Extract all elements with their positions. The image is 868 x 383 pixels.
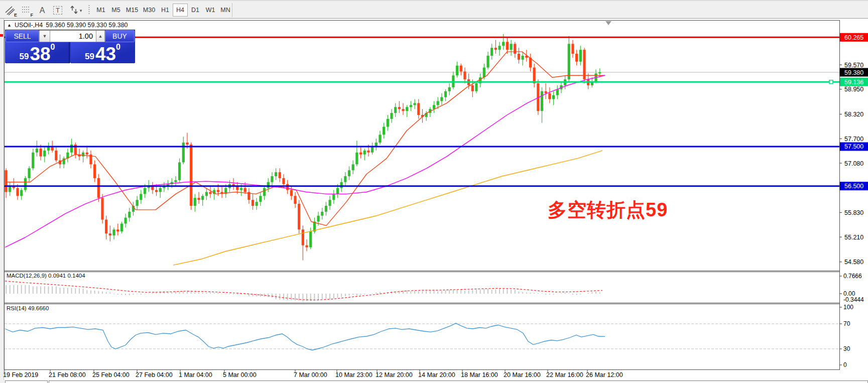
volume-decrease-button[interactable]: ▼ — [39, 30, 50, 42]
moving-averages-layer — [5, 52, 605, 265]
sell-price-display[interactable]: 59 38 0 — [6, 42, 70, 63]
volume-increase-button[interactable]: ▲ — [96, 30, 105, 42]
date-axis[interactable]: 19 Feb 201921 Feb 08:0025 Feb 04:0027 Fe… — [3, 370, 623, 378]
svg-text:57.500: 57.500 — [844, 143, 863, 150]
svg-text:12 Mar 20:00: 12 Mar 20:00 — [376, 371, 413, 378]
svg-text:19 Feb 2019: 19 Feb 2019 — [3, 371, 38, 378]
svg-text:70: 70 — [843, 320, 850, 327]
svg-text:55.830: 55.830 — [844, 209, 863, 216]
svg-text:55.210: 55.210 — [844, 234, 863, 241]
macd-layer — [5, 281, 602, 302]
trading-platform-window: E F A T ▾ M1M5M1 — [0, 0, 868, 383]
svg-text:54.580: 54.580 — [844, 259, 863, 266]
svg-text:59.136: 59.136 — [844, 79, 863, 86]
svg-text:100: 100 — [843, 304, 853, 311]
svg-text:26 Mar 12:00: 26 Mar 12:00 — [586, 371, 623, 378]
buy-price-small: 59 — [85, 52, 94, 61]
svg-text:5 Mar 00:00: 5 Mar 00:00 — [223, 371, 257, 378]
svg-text:30: 30 — [843, 345, 850, 352]
svg-text:18 Mar 16:00: 18 Mar 16:00 — [461, 371, 498, 378]
svg-text:14 Mar 20:00: 14 Mar 20:00 — [418, 371, 455, 378]
sell-button[interactable]: SELL — [6, 30, 39, 42]
svg-text:20 Mar 16:00: 20 Mar 16:00 — [504, 371, 541, 378]
svg-text:57.700: 57.700 — [844, 136, 863, 143]
panel-frames — [5, 21, 840, 370]
svg-text:1 Mar 04:00: 1 Mar 04:00 — [179, 371, 212, 378]
sell-price-small: 59 — [20, 52, 29, 61]
sell-price-sup: 0 — [51, 43, 55, 51]
svg-text:58.320: 58.320 — [844, 111, 863, 118]
svg-text:0.7666: 0.7666 — [843, 273, 862, 280]
sell-price-big: 38 — [30, 47, 50, 62]
svg-text:59.380: 59.380 — [844, 69, 863, 76]
one-click-trading-panel: SELL ▼ ▲ BUY 59 38 0 59 43 0 — [5, 30, 135, 63]
svg-text:0: 0 — [843, 361, 847, 368]
svg-text:25 Feb 04:00: 25 Feb 04:00 — [92, 371, 130, 378]
svg-text:56.500: 56.500 — [844, 183, 863, 190]
svg-text:57.080: 57.080 — [844, 160, 863, 167]
buy-price-sup: 0 — [116, 43, 120, 51]
price-axis[interactable]: 59.57058.95058.32057.70057.08055.83055.2… — [839, 33, 868, 266]
svg-text:21 Feb 08:00: 21 Feb 08:00 — [49, 371, 86, 378]
annotation-text: 多空转折点59 — [548, 197, 668, 223]
svg-text:-0.3444: -0.3444 — [843, 296, 864, 303]
svg-text:59.570: 59.570 — [844, 62, 863, 69]
chart-shift-marker — [605, 21, 611, 25]
svg-text:22 Mar 16:00: 22 Mar 16:00 — [546, 371, 583, 378]
macd-label: MACD(12,26,9) 0.0941 0.1404 — [7, 273, 85, 279]
svg-text:58.950: 58.950 — [844, 86, 863, 93]
rsi-label: RSI(14) 49.6660 — [7, 305, 49, 311]
volume-input[interactable] — [50, 30, 96, 42]
buy-button[interactable]: BUY — [105, 30, 135, 42]
buy-price-display[interactable]: 59 43 0 — [71, 42, 135, 63]
svg-text:60.265: 60.265 — [844, 34, 863, 41]
buy-price-big: 43 — [95, 47, 116, 62]
svg-text:27 Feb 04:00: 27 Feb 04:00 — [136, 371, 173, 378]
svg-text:7 Mar 00:00: 7 Mar 00:00 — [294, 371, 327, 378]
indicator-scales: 0.76660.00-0.344410070300 — [839, 273, 864, 368]
svg-text:10 Mar 23:00: 10 Mar 23:00 — [335, 371, 373, 378]
rsi-layer — [5, 323, 839, 350]
